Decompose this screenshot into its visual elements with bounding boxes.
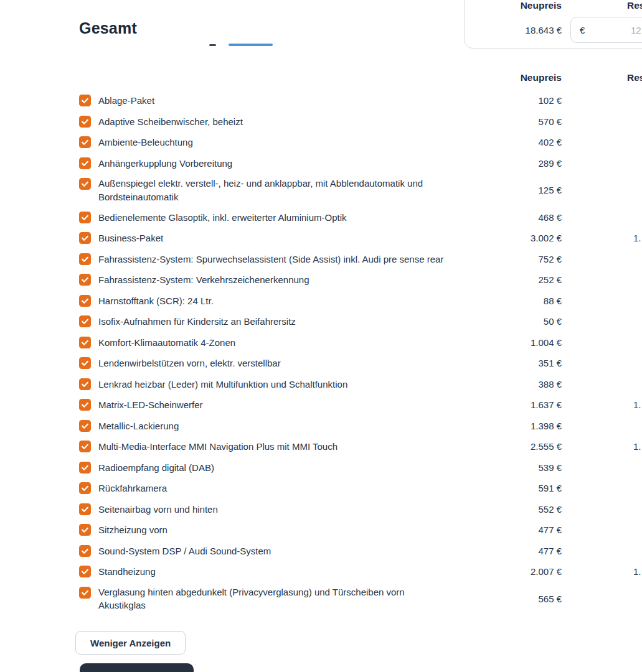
option-label: Sound-System DSP / Audi Sound-System: [98, 544, 271, 558]
option-row: Außenspiegel elektr. verstell-, heiz- un…: [79, 174, 642, 207]
option-neupreis: 565 €: [487, 594, 562, 604]
option-checkbox[interactable]: [79, 357, 91, 369]
option-neupreis: 125 €: [487, 185, 562, 195]
option-restwert-fragment: 1.: [562, 233, 642, 243]
option-row: Metallic-Lackierung1.398 €: [79, 416, 642, 437]
option-label: Fahrassistenz-System: Spurwechselassiste…: [98, 253, 443, 266]
option-checkbox[interactable]: [79, 295, 91, 307]
option-label: Lenkrad heizbar (Leder) mit Multifunktio…: [98, 378, 347, 391]
option-neupreis: 1.398 €: [487, 421, 562, 431]
tab-active-underline[interactable]: [229, 44, 273, 46]
euro-prefix: €: [580, 17, 585, 42]
option-neupreis: 539 €: [487, 462, 562, 473]
option-checkbox[interactable]: [79, 315, 91, 327]
option-row: Radioempfang digital (DAB)539 €: [79, 457, 642, 478]
option-row: Lenkrad heizbar (Leder) mit Multifunktio…: [79, 374, 642, 395]
option-label: Standheizung: [98, 565, 156, 579]
option-label: Isofix-Aufnahmen für Kindersitz an Beifa…: [98, 315, 296, 329]
option-checkbox[interactable]: [79, 503, 91, 515]
option-label: Verglasung hinten abgedunkelt (Privacyve…: [98, 586, 448, 612]
option-neupreis: 50 €: [487, 316, 562, 327]
page-title: Gesamt: [79, 19, 137, 37]
option-checkbox[interactable]: [79, 157, 91, 169]
option-row: Matrix-LED-Scheinwerfer1.637 €1.: [79, 394, 642, 416]
option-neupreis: 2.555 €: [487, 441, 562, 452]
option-neupreis: 477 €: [487, 546, 562, 556]
option-checkbox[interactable]: [79, 566, 91, 577]
option-checkbox[interactable]: [79, 524, 91, 536]
table-header-neupreis: Neupreis: [486, 72, 562, 83]
option-row: Bedienelemente Glasoptik, inkl. erweiter…: [79, 207, 642, 228]
option-checkbox[interactable]: [79, 337, 91, 348]
option-neupreis: 388 €: [487, 379, 562, 390]
option-checkbox[interactable]: [79, 274, 91, 286]
tab-indicator-inactive[interactable]: [209, 44, 216, 46]
option-neupreis: 468 €: [487, 212, 562, 223]
option-neupreis: 402 €: [487, 137, 562, 147]
option-row: Komfort-Klimaautomatik 4-Zonen1.004 €: [79, 332, 642, 353]
option-row: Standheizung2.007 €1.: [79, 561, 642, 582]
option-label: Komfort-Klimaautomatik 4-Zonen: [98, 336, 235, 350]
option-checkbox[interactable]: [79, 482, 91, 494]
option-checkbox[interactable]: [79, 178, 91, 190]
option-neupreis: 102 €: [487, 95, 562, 106]
option-row: Ablage-Paket102 €: [79, 90, 642, 111]
restwert-input[interactable]: € 12.: [570, 17, 642, 43]
option-checkbox[interactable]: [79, 441, 91, 452]
option-neupreis: 3.002 €: [487, 233, 562, 243]
option-row: Multi-Media-Interface MMI Navigation Plu…: [79, 436, 642, 457]
option-neupreis: 1.637 €: [487, 399, 562, 410]
option-neupreis: 2.007 €: [487, 566, 562, 577]
option-neupreis: 570 €: [487, 116, 562, 127]
option-neupreis: 591 €: [487, 483, 562, 493]
option-checkbox[interactable]: [79, 212, 91, 223]
equipment-sheet-button[interactable]: Ausstattungsblatt: [80, 663, 194, 672]
option-checkbox[interactable]: [79, 545, 91, 557]
summary-total-neupreis: 18.643 €: [479, 25, 562, 35]
option-checkbox[interactable]: [79, 116, 91, 128]
option-checkbox[interactable]: [79, 462, 91, 474]
option-neupreis: 289 €: [487, 158, 562, 169]
option-label: Außenspiegel elektr. verstell-, heiz- un…: [98, 177, 448, 203]
option-row: Business-Paket3.002 €1.: [79, 228, 642, 249]
option-checkbox[interactable]: [79, 232, 91, 244]
option-label: Multi-Media-Interface MMI Navigation Plu…: [98, 440, 338, 454]
option-neupreis: 752 €: [487, 254, 562, 264]
option-checkbox[interactable]: [79, 420, 91, 432]
option-label: Harnstofftank (SCR): 24 Ltr.: [98, 294, 214, 308]
restwert-input-value: 12.: [631, 17, 642, 42]
option-label: Lendenwirbelstützen vorn, elektr. verste…: [98, 357, 281, 370]
option-label: Ablage-Paket: [98, 94, 154, 108]
option-row: Isofix-Aufnahmen für Kindersitz an Beifa…: [79, 311, 642, 332]
option-checkbox[interactable]: [79, 378, 91, 390]
option-neupreis: 351 €: [487, 358, 562, 368]
option-neupreis: 88 €: [487, 296, 562, 306]
option-restwert-fragment: 1.: [562, 566, 642, 577]
option-row: Seitenairbag vorn und hinten552 €: [79, 499, 642, 520]
table-header-restwert: Restwert: [627, 72, 642, 83]
show-less-button[interactable]: Weniger Anzeigen: [75, 631, 186, 655]
option-row: Verglasung hinten abgedunkelt (Privacyve…: [79, 582, 642, 616]
option-row: Lendenwirbelstützen vorn, elektr. verste…: [79, 353, 642, 374]
option-label: Sitzheizung vorn: [98, 523, 168, 537]
summary-neupreis-header: Neupreis: [486, 0, 562, 11]
option-checkbox[interactable]: [79, 95, 91, 106]
options-table: Ablage-Paket102 €Adaptive Scheibenwische…: [79, 90, 642, 615]
option-checkbox[interactable]: [79, 587, 91, 599]
option-label: Rückfahrkamera: [98, 482, 167, 495]
option-row: Rückfahrkamera591 €: [79, 478, 642, 499]
option-restwert-fragment: 1.: [562, 441, 642, 452]
option-label: Business-Paket: [98, 231, 163, 245]
option-row: Sitzheizung vorn477 €: [79, 520, 642, 541]
option-neupreis: 477 €: [487, 525, 562, 535]
option-label: Bedienelemente Glasoptik, inkl. erweiter…: [98, 211, 347, 225]
option-neupreis: 252 €: [487, 274, 562, 285]
option-neupreis: 552 €: [487, 504, 562, 515]
option-checkbox[interactable]: [79, 399, 91, 411]
option-label: Adaptive Scheibenwischer, beheizt: [98, 115, 243, 129]
option-checkbox[interactable]: [79, 136, 91, 148]
option-row: Fahrassistenz-System: Verkehrszeichenerk…: [79, 269, 642, 291]
option-row: Sound-System DSP / Audi Sound-System477 …: [79, 541, 642, 562]
option-label: Anhängerkupplung Vorbereitung: [98, 157, 232, 170]
option-checkbox[interactable]: [79, 253, 91, 265]
